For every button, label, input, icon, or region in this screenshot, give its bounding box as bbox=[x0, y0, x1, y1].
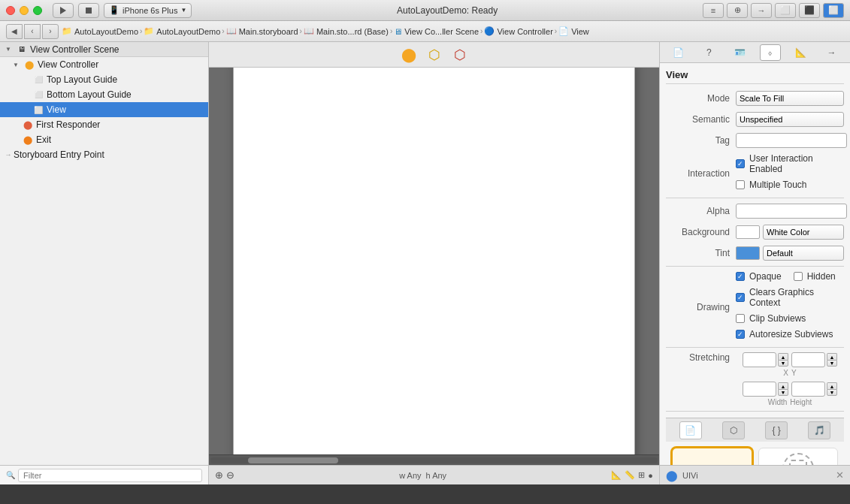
obj-tab-file[interactable]: 📄 bbox=[679, 421, 702, 439]
scheme-label: iPhone 6s Plus bbox=[123, 6, 177, 15]
sidebar-item-bottomlayout[interactable]: ⬜ Bottom Layout Guide bbox=[0, 87, 208, 102]
device-icon: 📱 bbox=[109, 5, 119, 15]
tag-input[interactable]: 0 bbox=[736, 133, 847, 148]
layout-icon-4[interactable]: ● bbox=[648, 471, 653, 480]
insp-tab-file[interactable]: 📄 bbox=[667, 44, 688, 61]
close-status-icon[interactable]: ✕ bbox=[836, 469, 844, 481]
autoresize-row: ✓ Autoresize Subviews bbox=[736, 329, 833, 340]
stretch-y-down[interactable]: ▼ bbox=[827, 360, 837, 367]
minimize-button[interactable] bbox=[20, 6, 29, 15]
window-layout-1[interactable]: ⬜ bbox=[775, 3, 796, 18]
layout-icon-2[interactable]: 📏 bbox=[625, 470, 635, 480]
interaction-control: ✓ User Interaction Enabled Multiple Touc… bbox=[736, 153, 844, 193]
clip-subviews-checkbox[interactable] bbox=[736, 314, 745, 323]
scheme-selector[interactable]: 📱 iPhone 6s Plus ▼ bbox=[104, 3, 192, 18]
canvas-scrollbar[interactable] bbox=[209, 454, 659, 465]
stretch-x-input[interactable]: 0 bbox=[743, 352, 776, 367]
layout-icon-1[interactable]: 📐 bbox=[611, 470, 622, 480]
run-button[interactable] bbox=[53, 3, 74, 18]
sidebar-item-vc[interactable]: ▼ ⬤ View Controller bbox=[0, 57, 208, 72]
sidebar-item-toplayout[interactable]: ⬜ Top Layout Guide bbox=[0, 72, 208, 87]
mode-select[interactable]: Scale To Fill bbox=[736, 91, 844, 106]
hidden-checkbox[interactable] bbox=[794, 272, 803, 281]
forward-button[interactable]: → bbox=[751, 3, 772, 18]
clears-graphics-checkbox[interactable]: ✓ bbox=[736, 293, 745, 302]
stretch-y-up[interactable]: ▲ bbox=[827, 353, 837, 360]
canvas-icon-red[interactable]: ⬡ bbox=[451, 46, 469, 64]
stretch-h-input[interactable]: 1 bbox=[791, 382, 825, 397]
sidebar-item-entrypoint[interactable]: → Storyboard Entry Point bbox=[0, 147, 208, 162]
breakpoints-button[interactable]: ⊕ bbox=[727, 3, 748, 18]
background-select[interactable]: White Color bbox=[763, 225, 844, 240]
status-text: AutoLayoutDemo: Ready bbox=[196, 5, 698, 16]
alpha-input[interactable]: 1 bbox=[736, 204, 847, 219]
nav-forward[interactable]: › bbox=[42, 24, 59, 39]
insp-row-interaction: Interaction ✓ User Interaction Enabled M… bbox=[666, 153, 844, 193]
device-frame[interactable] bbox=[233, 68, 635, 454]
sidebar-item-view[interactable]: ⬜ View bbox=[0, 102, 208, 117]
insp-tab-quickhelp[interactable]: ? bbox=[698, 44, 719, 61]
obj-tab-code[interactable]: { } bbox=[765, 421, 788, 439]
background-select-wrapper: White Color bbox=[763, 225, 844, 240]
stretch-y-input[interactable]: 0 bbox=[791, 352, 825, 367]
tint-swatch[interactable] bbox=[736, 246, 760, 260]
canvas-icon-gold[interactable]: ⬡ bbox=[425, 46, 443, 64]
insp-tab-identity[interactable]: 🪪 bbox=[729, 44, 750, 61]
tint-select[interactable]: Default bbox=[763, 246, 844, 261]
opaque-checkbox[interactable]: ✓ bbox=[736, 272, 745, 281]
scrollbar-thumb bbox=[248, 457, 338, 463]
bc-view[interactable]: 📄 View bbox=[558, 26, 589, 36]
titlebar: 📱 iPhone 6s Plus ▼ AutoLayoutDemo: Ready… bbox=[0, 0, 850, 21]
stretch-h-up[interactable]: ▲ bbox=[827, 382, 837, 389]
bc-autolayoutdemo-2[interactable]: 📁 AutoLayoutDemo bbox=[144, 26, 220, 36]
window-layout-3[interactable]: ⬜ bbox=[823, 3, 844, 18]
insp-tab-attributes[interactable]: ⬨ bbox=[760, 44, 781, 61]
stretch-w-up[interactable]: ▲ bbox=[778, 382, 788, 389]
background-swatch[interactable] bbox=[736, 225, 760, 239]
semantic-select[interactable]: Unspecified bbox=[736, 112, 844, 127]
bc-mainstoryboard[interactable]: 📖 Main.storyboard bbox=[226, 26, 298, 36]
stop-button[interactable] bbox=[78, 3, 99, 18]
multiple-touch-checkbox[interactable] bbox=[736, 180, 745, 189]
remove-constraint-icon[interactable]: ⊖ bbox=[226, 469, 234, 481]
sidebar-item-firstresponder[interactable]: ⬤ First Responder bbox=[0, 117, 208, 132]
obj-item-vev[interactable]: VisualEffectView bbox=[758, 448, 839, 465]
autoresize-checkbox[interactable]: ✓ bbox=[736, 330, 745, 339]
obj-item-view[interactable] bbox=[672, 448, 752, 465]
close-button[interactable] bbox=[6, 6, 15, 15]
stretch-x-down[interactable]: ▼ bbox=[778, 360, 788, 367]
status-right: ✕ bbox=[836, 469, 844, 481]
stretch-w-down[interactable]: ▼ bbox=[778, 389, 788, 396]
layout-icon-3[interactable]: ⊞ bbox=[638, 470, 645, 480]
alpha-control: 1 ▲ ▼ bbox=[736, 204, 850, 219]
user-interaction-checkbox[interactable]: ✓ bbox=[736, 159, 745, 168]
maximize-button[interactable] bbox=[33, 6, 42, 15]
stretch-h-down[interactable]: ▼ bbox=[827, 389, 837, 396]
hidden-row: Hidden bbox=[794, 271, 836, 282]
stretch-w-input[interactable]: 1 bbox=[743, 382, 776, 397]
insp-row-tint: Tint Default bbox=[666, 245, 844, 261]
tree-toggle-vc: ▼ bbox=[11, 62, 21, 68]
sidebar-item-exit[interactable]: ⬤ Exit bbox=[0, 132, 208, 147]
bc-autolayoutdemo-1[interactable]: 📁 AutoLayoutDemo bbox=[62, 26, 138, 36]
insp-tab-size[interactable]: 📐 bbox=[791, 44, 812, 61]
tag-control: 0 ▲ ▼ bbox=[736, 133, 850, 148]
canvas-icon-orange[interactable]: ⬤ bbox=[400, 46, 418, 64]
nav-back[interactable]: ‹ bbox=[24, 24, 41, 39]
insp-tab-connections[interactable]: → bbox=[821, 44, 842, 61]
add-constraint-icon[interactable]: ⊕ bbox=[215, 469, 223, 481]
obj-tab-media[interactable]: 🎵 bbox=[808, 421, 830, 439]
bc-mainstoryboard-base[interactable]: 📖 Main.sto...rd (Base) bbox=[304, 26, 389, 36]
obj-tab-obj[interactable]: ⬡ bbox=[722, 421, 745, 439]
sidebar-toggle-left[interactable]: ◀ bbox=[6, 24, 23, 39]
stretch-x-up[interactable]: ▲ bbox=[778, 353, 788, 360]
bc-vcscene[interactable]: 🖥 View Co...ller Scene bbox=[394, 27, 479, 36]
inspector-content: View Mode Scale To Fill Semantic bbox=[660, 63, 850, 465]
bc-sep-4: › bbox=[390, 27, 392, 35]
filter-input[interactable] bbox=[18, 469, 202, 482]
window-layout-2[interactable]: ⬛ bbox=[799, 3, 820, 18]
code-review-button[interactable]: ≡ bbox=[703, 3, 724, 18]
bc-vc[interactable]: 🔵 View Controller bbox=[484, 26, 552, 36]
semantic-control: Unspecified bbox=[736, 112, 844, 127]
sidebar-item-vcscene[interactable]: ▼ 🖥 View Controller Scene bbox=[0, 42, 208, 57]
